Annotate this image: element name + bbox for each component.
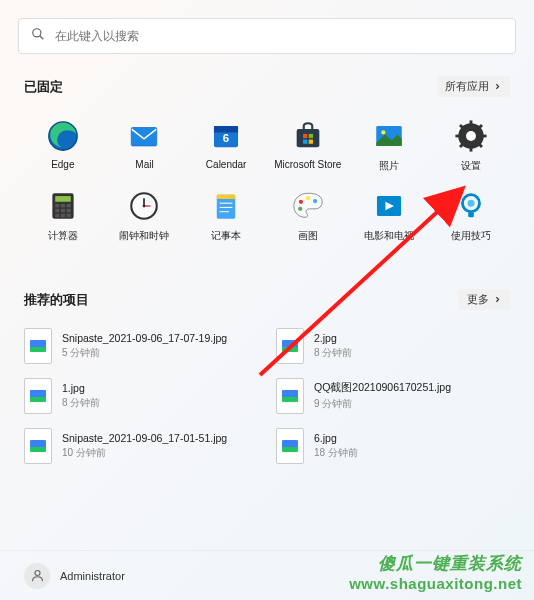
photos-icon [372,119,406,153]
recommended-name: Snipaste_2021-09-06_17-07-19.jpg [62,332,227,344]
app-label: 计算器 [48,229,78,243]
app-label: 照片 [379,159,399,173]
app-label: Calendar [206,159,247,170]
recommended-name: 1.jpg [62,382,100,394]
app-calendar[interactable]: 6 Calendar [187,115,265,177]
svg-point-15 [382,130,386,134]
svg-point-17 [466,131,476,141]
app-store[interactable]: Microsoft Store [269,115,347,177]
svg-rect-21 [481,135,487,138]
svg-rect-11 [309,134,313,138]
svg-rect-27 [55,196,71,202]
recommended-item[interactable]: Snipaste_2021-09-06_17-07-19.jpg 5 分钟前 [24,328,258,364]
recommended-item[interactable]: Snipaste_2021-09-06_17-01-51.jpg 10 分钟前 [24,428,258,464]
tips-icon [454,189,488,223]
svg-point-0 [33,29,41,37]
image-file-icon [24,328,52,364]
search-input[interactable] [55,29,503,43]
calculator-icon [46,189,80,223]
svg-rect-33 [66,209,70,213]
footer: Administrator [0,550,534,600]
svg-rect-4 [132,128,158,146]
app-paint[interactable]: 画图 [269,185,347,247]
app-label: 使用技巧 [451,229,491,243]
pinned-section: 已固定 所有应用 Edge Mail 6 Calendar [0,54,534,247]
gear-icon [454,119,488,153]
app-mail[interactable]: Mail [106,115,184,177]
svg-point-47 [306,196,310,200]
recommended-item[interactable]: 1.jpg 8 分钟前 [24,378,258,414]
app-label: 记事本 [211,229,241,243]
user-name: Administrator [60,570,125,582]
recommended-text: 2.jpg 8 分钟前 [314,332,352,360]
recommended-name: 6.jpg [314,432,358,444]
svg-rect-35 [61,214,65,218]
recommended-item[interactable]: 6.jpg 18 分钟前 [276,428,510,464]
app-notepad[interactable]: 记事本 [187,185,265,247]
chevron-right-icon [493,82,502,91]
search-bar[interactable] [18,18,516,54]
app-clock[interactable]: 闹钟和时钟 [106,185,184,247]
image-file-icon [24,378,52,414]
pinned-title: 已固定 [24,78,63,96]
recommended-list: Snipaste_2021-09-06_17-07-19.jpg 5 分钟前 2… [24,328,510,464]
chevron-right-icon [493,295,502,304]
recommended-section: 推荐的项目 更多 Snipaste_2021-09-06_17-07-19.jp… [0,247,534,464]
svg-rect-9 [296,129,319,147]
svg-rect-7 [214,126,238,132]
calendar-icon: 6 [209,119,243,153]
mail-icon [127,119,161,153]
recommended-text: QQ截图20210906170251.jpg 9 分钟前 [314,381,451,411]
image-file-icon [276,328,304,364]
pinned-header: 已固定 所有应用 [24,76,510,97]
svg-point-46 [299,200,303,204]
app-label: Microsoft Store [274,159,341,170]
app-label: Edge [51,159,74,170]
more-button[interactable]: 更多 [459,289,510,310]
movies-icon [372,189,406,223]
svg-rect-18 [470,120,473,126]
svg-rect-19 [470,146,473,152]
svg-rect-32 [61,209,65,213]
app-photos[interactable]: 照片 [351,115,429,177]
app-label: 画图 [298,229,318,243]
more-label: 更多 [467,292,489,307]
app-tips[interactable]: 使用技巧 [432,185,510,247]
recommended-title: 推荐的项目 [24,291,89,309]
recommended-text: Snipaste_2021-09-06_17-01-51.jpg 10 分钟前 [62,432,227,460]
recommended-time: 8 分钟前 [314,346,352,360]
svg-rect-29 [61,204,65,208]
recommended-name: Snipaste_2021-09-06_17-01-51.jpg [62,432,227,444]
recommended-time: 5 分钟前 [62,346,227,360]
recommended-name: QQ截图20210906170251.jpg [314,381,451,395]
svg-rect-10 [303,134,307,138]
recommended-item[interactable]: QQ截图20210906170251.jpg 9 分钟前 [276,378,510,414]
svg-point-48 [313,199,317,203]
image-file-icon [276,378,304,414]
edge-icon [46,119,80,153]
recommended-item[interactable]: 2.jpg 8 分钟前 [276,328,510,364]
search-icon [31,27,45,45]
svg-rect-13 [309,140,313,144]
recommended-text: Snipaste_2021-09-06_17-07-19.jpg 5 分钟前 [62,332,227,360]
recommended-name: 2.jpg [314,332,352,344]
app-calculator[interactable]: 计算器 [24,185,102,247]
svg-rect-34 [55,214,59,218]
user-account[interactable]: Administrator [24,563,125,589]
recommended-time: 18 分钟前 [314,446,358,460]
image-file-icon [24,428,52,464]
all-apps-button[interactable]: 所有应用 [437,76,510,97]
svg-text:6: 6 [223,132,229,144]
paint-icon [291,189,325,223]
svg-rect-36 [66,214,70,218]
app-movies[interactable]: 电影和电视 [351,185,429,247]
svg-rect-42 [217,195,235,199]
app-edge[interactable]: Edge [24,115,102,177]
app-label: 闹钟和时钟 [119,229,169,243]
recommended-time: 10 分钟前 [62,446,227,460]
recommended-header: 推荐的项目 更多 [24,289,510,310]
app-label: Mail [135,159,153,170]
app-settings[interactable]: 设置 [432,115,510,177]
avatar [24,563,50,589]
store-icon [291,119,325,153]
